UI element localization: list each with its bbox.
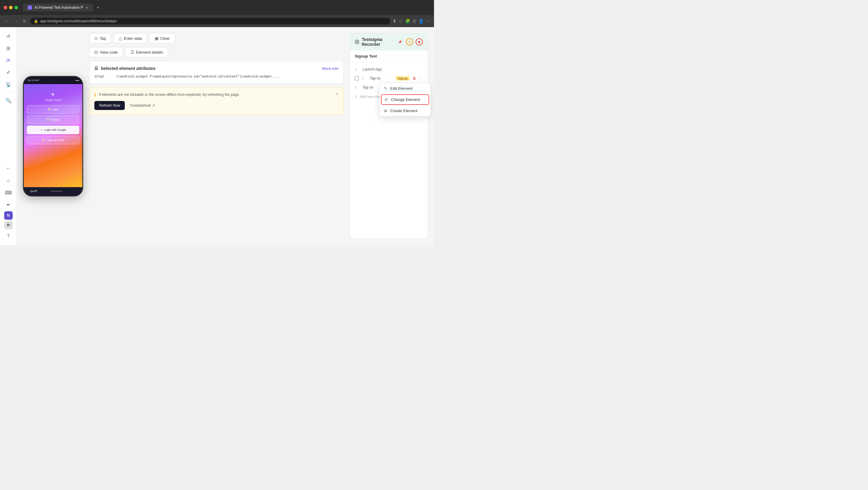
sidebar-icon-refresh[interactable]: ↺ [3,31,14,41]
phone-nav-grid[interactable]: ⊞ [30,189,32,193]
pin-button[interactable]: 📌 [396,38,404,45]
recorder-header: Testsigma Recorder 📌 ⏸ ⏹ [350,33,428,50]
svg-point-0 [356,41,358,42]
view-code-button[interactable]: ⊟ View code [89,47,123,57]
clear-icon: ▣ [155,36,158,41]
view-code-label: View code [100,50,118,55]
step-checkbox[interactable] [355,76,359,81]
change-element-item[interactable]: ⇄ Change Element [381,94,429,105]
clear-button[interactable]: ▣ Clear [150,33,175,43]
info-message: If elements are not clickable or the scr… [99,92,333,97]
info-close-button[interactable]: ✕ [336,92,338,96]
sidebar-letter-h[interactable]: H [4,221,13,229]
refresh-now-button[interactable]: Refresh Now [94,101,125,110]
sidebar-icon-search[interactable]: 🔍 [3,95,14,106]
maximize-window-button[interactable] [14,6,18,9]
menu-icon[interactable]: ⋯ [426,19,430,24]
recorder-title: Testsigma Recorder [355,37,396,47]
step-text: Launch App [363,67,423,71]
sidebar-icon-edit[interactable]: ✐ [3,67,14,78]
phone-google-button[interactable]: G Login with Google [27,126,79,134]
profile-icon[interactable]: 👤 [418,19,424,24]
stop-button[interactable]: ⏹ [415,38,423,45]
phone-screen: ✈ Simply Travel 🔒 Login 🔒 Signup G Login… [24,84,82,187]
tab-close-button[interactable]: ✕ [86,6,88,9]
action-buttons-row1: ⊙ Tap △ Enter data ▣ Clear [89,33,344,43]
phone-status-icons: ●●● [75,79,79,81]
phone-guest-button[interactable]: 🔒 Login as Guest [27,136,79,144]
info-box: ℹ If elements are not clickable or the s… [89,87,344,115]
sidebar-toggle-icon[interactable]: ⊡ [412,19,416,24]
bookmark-icon[interactable]: ☆ [399,19,403,24]
external-link-icon: ↗ [152,103,155,108]
enter-data-button[interactable]: △ Enter data [114,33,147,43]
phone-signup-icon: 🔒 [47,118,50,121]
info-icon: ℹ [94,93,96,97]
phone-brand-name: Simply Travel [45,98,61,101]
phone-signup-label: Signup [51,118,59,121]
tab-title: AI Powered Test Automation P [34,5,83,10]
tap-button[interactable]: ⊙ Tap [89,33,111,43]
troubleshoot-link[interactable]: Troubleshoot ↗ [130,103,155,108]
test-name: Signup Test [350,50,428,62]
attributes-title: ☰ Selected element attributes [94,66,156,71]
step-text: Tap on [370,76,393,81]
close-window-button[interactable] [4,6,7,9]
forward-button[interactable]: → [13,18,19,24]
xpath-row: XPath //android.widget.FrameLayout[@reso… [94,74,338,79]
minimize-window-button[interactable] [9,6,13,9]
phone-nav-maps[interactable]: 🗺 [34,189,37,193]
edit-element-item[interactable]: ✎ Edit Element [380,83,430,94]
edit-element-label: Edit Element [390,86,412,91]
xpath-label: XPath [94,74,113,79]
sidebar-icon-back[interactable]: ← [3,163,14,174]
xpath-value: //android.widget.FrameLayout[@resource-i… [116,74,280,79]
phone-login-icon: 🔒 [48,108,51,111]
enter-data-label: Enter data [124,36,142,41]
app-body: ↺ ⊞ ⟳ ✐ 📡 🔍 ← ⌂ ⌨ ✒ N H ? TUE 21 NOV ●●● [0,27,434,245]
phone-signup-button[interactable]: 🔒 Signup [27,115,79,124]
sidebar-icon-signal[interactable]: 📡 [3,79,14,90]
create-icon: ⊕ [384,109,387,113]
troubleshoot-label: Troubleshoot [130,103,151,108]
step-more-button[interactable]: ⋯ [419,76,423,81]
enter-data-icon: △ [119,36,122,41]
sidebar-icon-grid[interactable]: ⊞ [3,43,14,54]
phone-guest-label: Login as Guest [46,139,64,142]
address-bar[interactable]: 🔒 app.testsigma.com/ui/td/cases/408/reco… [30,18,390,24]
extensions-icon[interactable]: 🧩 [405,19,410,24]
main-content: TUE 21 NOV ●●● ✈ Simply Travel 🔒 Login 🔒… [17,27,434,245]
back-button[interactable]: ← [4,18,10,24]
step-delete-button[interactable]: 🗑 [412,76,416,81]
sidebar-icon-keyboard[interactable]: ⌨ [3,187,14,198]
active-tab[interactable]: T AI Powered Test Automation P ✕ [23,4,93,11]
phone-login-button[interactable]: 🔒 Login [27,105,79,114]
pause-button[interactable]: ⏸ [406,38,413,45]
sidebar-letter-n[interactable]: N [4,211,13,220]
element-details-button[interactable]: ☰ Element details [125,47,168,57]
sidebar-icon-record[interactable]: ⟳ [3,55,14,66]
phone-home-indicator [51,191,63,192]
more-info-link[interactable]: More info [322,66,338,71]
share-icon[interactable]: ⬆ [393,19,396,24]
create-element-item[interactable]: ⊕ Create Element [380,105,430,116]
gear-icon [355,39,359,44]
sidebar-icon-home[interactable]: ⌂ [3,175,14,186]
center-panel: ⊙ Tap △ Enter data ▣ Clear ⊟ View code [89,33,344,239]
step-item: 1 Launch App [350,65,428,74]
browser-chrome: T AI Powered Test Automation P ✕ + [0,0,434,15]
sidebar-icon-help[interactable]: ? [3,231,14,241]
info-actions: Refresh Now Troubleshoot ↗ [94,101,338,110]
new-tab-button[interactable]: + [96,5,99,10]
sidebar-icon-brush[interactable]: ✒ [3,199,14,210]
attributes-title-text: Selected element attributes [101,66,156,71]
action-buttons-row2: ⊟ View code ☰ Element details [89,47,344,57]
step-number: 2 [362,76,367,80]
reload-button[interactable]: ↻ [22,18,28,24]
sidebar-bottom: ← ⌂ ⌨ ✒ N H ? [3,163,14,241]
lock-icon: 🔒 [34,19,38,23]
clear-label: Clear [160,36,170,41]
phone-login-label: Login [52,108,59,111]
phone-container: TUE 21 NOV ●●● ✈ Simply Travel 🔒 Login 🔒… [23,33,83,239]
add-step-icon: + [355,94,357,99]
